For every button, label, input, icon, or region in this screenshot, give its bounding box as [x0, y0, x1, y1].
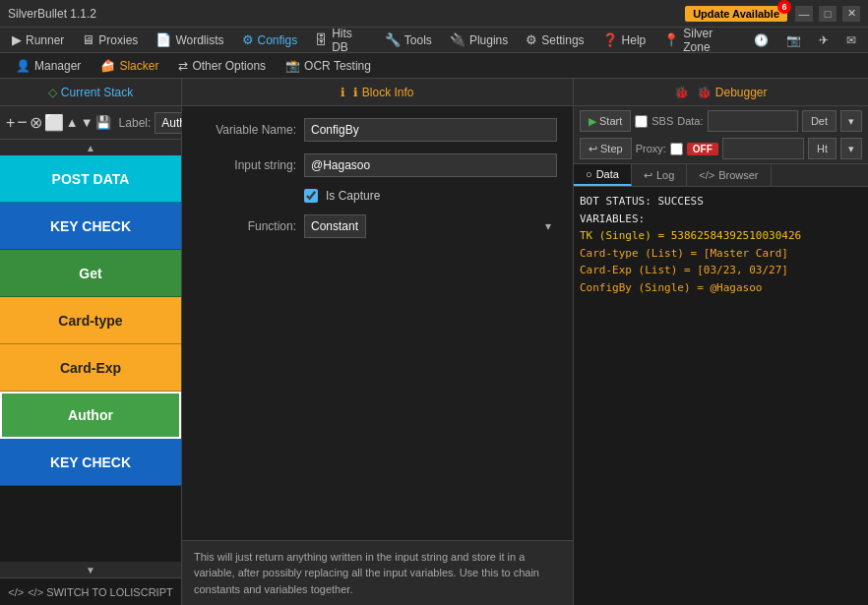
variable-name-label: Variable Name:: [198, 123, 296, 137]
block-post-data[interactable]: POST DATA: [0, 155, 181, 203]
menu-configs[interactable]: ⚙ Configs: [234, 30, 306, 49]
det-button[interactable]: Det: [802, 110, 837, 132]
function-label: Function:: [198, 219, 296, 233]
data-label: Data:: [677, 115, 703, 127]
submenu-ocr[interactable]: 📸 OCR Testing: [278, 57, 379, 75]
hitsdb-icon: 🗄: [315, 32, 328, 47]
update-count: 6: [777, 0, 791, 14]
move-down-button[interactable]: ▼: [81, 112, 93, 134]
menu-silverzone[interactable]: 📍 Silver Zone: [655, 25, 744, 56]
remove-block-button[interactable]: −: [17, 112, 28, 134]
block-description: This will just return anything written i…: [182, 540, 573, 606]
det-dropdown[interactable]: ▾: [840, 110, 862, 132]
label-text: Label:: [119, 116, 152, 130]
log-line-2: TK (Single) = 53862584392510030426: [580, 227, 862, 245]
menu-mail[interactable]: ✉: [838, 31, 864, 49]
menu-plane[interactable]: ✈: [811, 31, 837, 49]
menu-help[interactable]: ❓ Help: [594, 30, 654, 49]
right-panel: 🐞 🐞 Debugger ▶ Start SBS Data: Det ▾ ↩: [573, 79, 868, 605]
close-button[interactable]: ✕: [842, 6, 860, 22]
debugger-label: 🐞 🐞 Debugger: [674, 86, 767, 99]
tab-data[interactable]: ○ Data: [574, 164, 632, 186]
move-up-button[interactable]: ▲: [66, 112, 79, 134]
tab-browser[interactable]: </> Browser: [687, 164, 771, 186]
title-bar: SilverBullet 1.1.2 Update Available 6 — …: [0, 0, 868, 28]
start-button[interactable]: ▶ Start: [580, 110, 631, 132]
submenu-other-options[interactable]: ⇄ Other Options: [170, 57, 274, 75]
sbs-checkbox[interactable]: [635, 115, 648, 128]
menu-tools[interactable]: 🔧 Tools: [377, 30, 440, 49]
log-line-0: BOT STATUS: SUCCESS: [580, 193, 862, 211]
block-get[interactable]: Get: [0, 250, 181, 297]
menu-clock[interactable]: 🕐: [746, 31, 776, 49]
step-button[interactable]: ↩ Step: [580, 138, 632, 159]
block-key-check-1[interactable]: KEY CHECK: [0, 203, 181, 250]
function-select-wrapper: Constant Random Fixed: [304, 214, 557, 238]
scroll-up-arrow[interactable]: ▲: [0, 140, 181, 155]
block-card-exp[interactable]: Card-Exp: [0, 344, 181, 392]
loliscript-button[interactable]: </> </> SWITCH TO LOLISCRIPT: [0, 577, 181, 605]
block-config: Variable Name: Input string: Is Capture …: [182, 106, 573, 540]
debugger-controls: ▶ Start SBS Data: Det ▾ ↩ Step Proxy: OF…: [574, 106, 868, 164]
block-card-type[interactable]: Card-type: [0, 297, 181, 344]
debugger-tabs: ○ Data ↩ Log </> Browser: [574, 164, 868, 187]
log-line-1: VARIABLES:: [580, 211, 862, 228]
middle-panel: ℹ ℹ Block Info Variable Name: Input stri…: [182, 79, 573, 605]
menu-bar: ▶ Runner 🖥 Proxies 📄 Wordlists ⚙ Configs…: [0, 28, 868, 53]
tools-icon: 🔧: [385, 32, 401, 47]
ht-button[interactable]: Ht: [808, 138, 837, 159]
menu-wordlists[interactable]: 📄 Wordlists: [148, 30, 231, 49]
minimize-button[interactable]: —: [795, 6, 813, 22]
maximize-button[interactable]: □: [819, 6, 837, 22]
input-string-label: Input string:: [198, 158, 296, 172]
variable-name-input[interactable]: [304, 118, 557, 142]
wordlists-icon: 📄: [155, 32, 171, 47]
menu-hitsdb[interactable]: 🗄 Hits DB: [307, 25, 375, 56]
add-block-button[interactable]: +: [6, 112, 15, 134]
proxies-icon: 🖥: [82, 32, 94, 47]
log-area: BOT STATUS: SUCCESS VARIABLES: TK (Singl…: [574, 187, 868, 605]
debugger-icon: 🐞: [674, 86, 689, 99]
ht-dropdown[interactable]: ▾: [840, 138, 862, 159]
proxy-label: Proxy:: [636, 143, 666, 154]
loliscript-icon: </>: [8, 586, 24, 598]
menu-camera[interactable]: 📷: [778, 31, 809, 49]
block-key-check-2[interactable]: KEY CHECK: [0, 439, 181, 486]
tab-log[interactable]: ↩ Log: [632, 164, 687, 186]
browser-tab-icon: </>: [699, 169, 714, 181]
menu-proxies[interactable]: 🖥 Proxies: [74, 30, 146, 49]
proxy-checkbox[interactable]: [670, 143, 683, 155]
function-row: Function: Constant Random Fixed: [198, 214, 557, 238]
app-title: SilverBullet 1.1.2: [8, 7, 96, 21]
proxy-input[interactable]: [722, 138, 804, 159]
stack-header: ◇ Current Stack: [0, 79, 181, 106]
block-info-label: ℹ ℹ Block Info: [341, 86, 413, 99]
input-string-row: Input string:: [198, 153, 557, 177]
data-input[interactable]: [708, 110, 798, 132]
log-line-5: ConfigBy (Single) = @Hagasoo: [580, 279, 862, 297]
log-tab-icon: ↩: [644, 169, 652, 182]
variable-name-row: Variable Name:: [198, 118, 557, 142]
block-author[interactable]: Author: [0, 392, 181, 439]
stack-label: ◇ Current Stack: [48, 86, 133, 99]
copy-block-button[interactable]: ⬜: [44, 112, 64, 134]
plugins-icon: 🔌: [450, 32, 465, 47]
disable-block-button[interactable]: ⊗: [30, 112, 42, 134]
update-badge[interactable]: Update Available 6: [685, 6, 787, 22]
data-tab-icon: ○: [586, 168, 592, 180]
menu-plugins[interactable]: 🔌 Plugins: [442, 30, 516, 49]
scroll-down-arrow[interactable]: ▼: [0, 562, 181, 577]
input-string-input[interactable]: [304, 153, 557, 177]
submenu-manager[interactable]: 👤 Manager: [8, 57, 89, 75]
log-line-3: Card-type (List) = [Master Card]: [580, 245, 862, 263]
submenu-slacker[interactable]: 🍰 Slacker: [93, 57, 166, 75]
function-select[interactable]: Constant Random Fixed: [304, 214, 366, 238]
ocr-icon: 📸: [285, 59, 300, 73]
block-list: POST DATA KEY CHECK Get Card-type Card-E…: [0, 155, 181, 562]
menu-runner[interactable]: ▶ Runner: [4, 30, 72, 49]
left-panel: ◇ Current Stack + − ⊗ ⬜ ▲ ▼ 💾 Label: ▲ P…: [0, 79, 182, 605]
is-capture-checkbox[interactable]: [304, 189, 318, 203]
save-button[interactable]: 💾: [95, 112, 111, 134]
menu-settings[interactable]: ⚙ Settings: [518, 30, 591, 49]
slacker-icon: 🍰: [100, 59, 115, 73]
